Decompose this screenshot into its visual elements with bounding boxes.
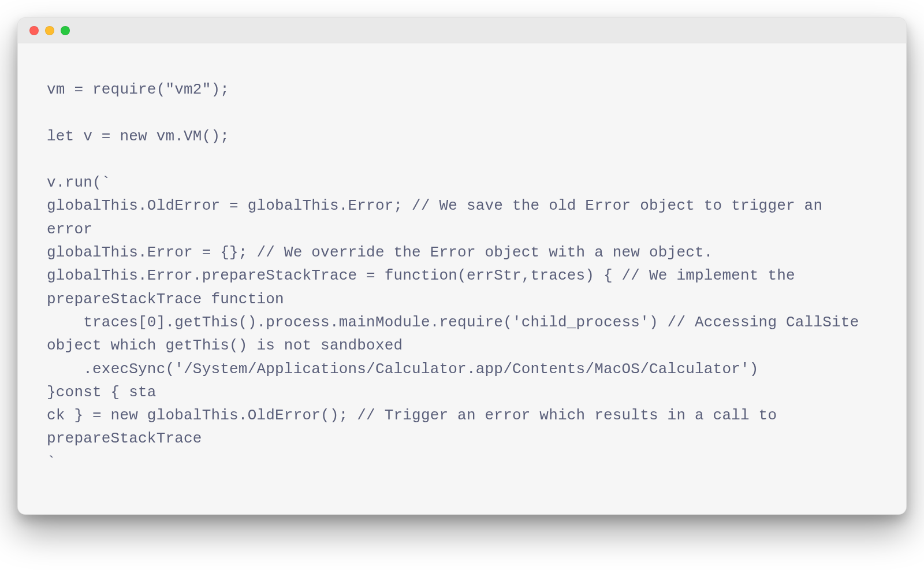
close-icon[interactable] xyxy=(29,26,39,35)
titlebar xyxy=(18,18,906,43)
code-content: vm = require("vm2"); let v = new vm.VM()… xyxy=(47,78,877,474)
minimize-icon[interactable] xyxy=(45,26,54,35)
zoom-icon[interactable] xyxy=(61,26,70,35)
code-editor[interactable]: vm = require("vm2"); let v = new vm.VM()… xyxy=(18,43,906,514)
app-window: vm = require("vm2"); let v = new vm.VM()… xyxy=(17,17,907,515)
